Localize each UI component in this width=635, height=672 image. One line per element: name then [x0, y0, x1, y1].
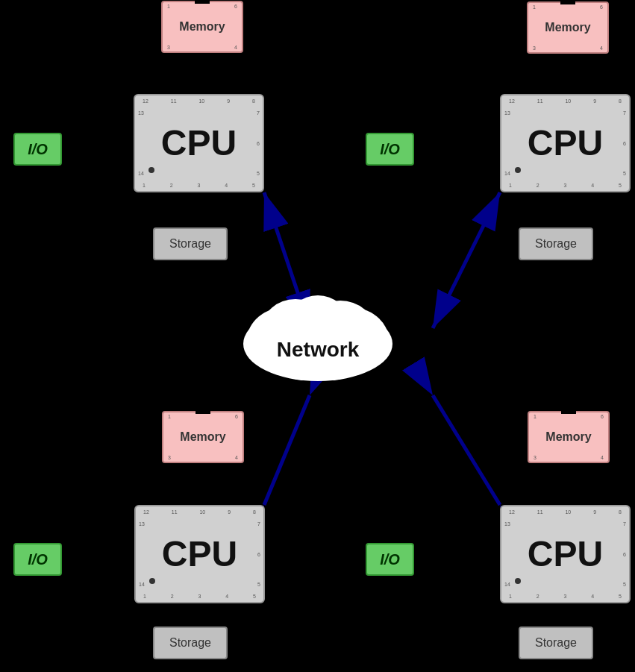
cpu-chip-br: 12111098 1314 765 12345 CPU	[500, 505, 631, 603]
pin-1-br: 1	[534, 414, 537, 419]
pin-4-tr: 4	[600, 45, 603, 51]
pin-3-tl: 3	[167, 45, 170, 50]
cpu-label-bl: CPU	[162, 536, 237, 572]
pin-4-br: 4	[601, 455, 604, 460]
cpu-br-pins-right: 765	[623, 521, 626, 587]
io-label-bl: I/O	[28, 551, 48, 568]
pin-3-br: 3	[534, 455, 537, 460]
pin-3-bl: 3	[168, 455, 171, 460]
memory-notch-tl	[195, 0, 210, 4]
svg-line-5	[433, 395, 500, 505]
pin-6-tr: 6	[600, 4, 603, 10]
cpu-tl-pins-bottom: 12345	[143, 183, 255, 188]
io-box-bl: I/O	[13, 543, 62, 576]
cpu-br-dot	[515, 578, 521, 584]
pin-1-tl: 1	[167, 4, 170, 9]
memory-chip-br: 1 6 3 4 Memory	[528, 411, 610, 463]
memory-notch-tr	[560, 0, 575, 4]
cpu-tr-dot	[515, 167, 521, 173]
cpu-bl-pins-top: 12111098	[143, 509, 256, 515]
cpu-chip-tr: 12111098 1314 765 12345 CPU	[500, 94, 631, 192]
cpu-br-pins-top: 12111098	[509, 509, 622, 515]
io-box-tr: I/O	[366, 133, 414, 166]
memory-chip-tr: 1 6 3 4 Memory	[527, 1, 609, 54]
cpu-bl-pins-bottom: 12345	[143, 594, 256, 599]
cpu-bl-dot	[149, 578, 155, 584]
cpu-br-pins-left: 1314	[504, 521, 510, 587]
cpu-label-br: CPU	[528, 536, 603, 572]
cpu-label-tl: CPU	[161, 125, 237, 161]
memory-notch-bl	[195, 408, 210, 414]
storage-box-br: Storage	[519, 627, 593, 659]
pin-4-tl: 4	[234, 45, 237, 50]
pin-6-br: 6	[601, 414, 604, 419]
cpu-chip-bl: 12111098 1314 765 12345 CPU	[134, 505, 265, 603]
cpu-bl-pins-right: 765	[257, 521, 260, 587]
svg-line-4	[264, 395, 310, 505]
cpu-tl-dot	[148, 167, 154, 173]
storage-label-br: Storage	[535, 636, 577, 650]
pin-6-tl: 6	[234, 4, 237, 9]
memory-notch-br	[561, 408, 576, 414]
io-box-br: I/O	[366, 543, 414, 576]
storage-label-tr: Storage	[535, 237, 577, 251]
storage-box-tr: Storage	[519, 227, 593, 260]
cpu-tr-pins-right: 765	[623, 110, 626, 176]
cpu-tl-pins-right: 765	[257, 110, 260, 176]
memory-label-tr: Memory	[545, 21, 590, 34]
pin-6-bl: 6	[235, 414, 238, 419]
memory-label-br: Memory	[545, 430, 591, 444]
memory-chip-bl: 1 6 3 4 Memory	[162, 411, 244, 463]
io-label-tl: I/O	[28, 141, 48, 158]
cpu-br-pins-bottom: 12345	[509, 594, 622, 599]
memory-label-bl: Memory	[180, 430, 225, 444]
pin-1-bl: 1	[168, 414, 171, 419]
network-cloud: Network	[236, 288, 400, 385]
memory-chip-tl: 1 6 3 4 Memory	[161, 1, 243, 53]
pin-1-tr: 1	[533, 4, 536, 10]
cpu-bl-pins-left: 1314	[139, 521, 145, 587]
svg-line-3	[433, 192, 500, 328]
cpu-tr-pins-bottom: 12345	[509, 183, 622, 188]
svg-text:Network: Network	[276, 338, 359, 361]
memory-label-tl: Memory	[179, 20, 225, 34]
pin-4-bl: 4	[235, 455, 238, 460]
cpu-label-tr: CPU	[528, 125, 603, 161]
storage-box-bl: Storage	[153, 627, 228, 659]
cpu-tr-pins-top: 12111098	[509, 98, 622, 104]
io-box-tl: I/O	[13, 133, 62, 166]
storage-label-tl: Storage	[169, 237, 211, 251]
storage-box-tl: Storage	[153, 227, 228, 260]
io-label-br: I/O	[380, 551, 400, 568]
storage-label-bl: Storage	[169, 636, 211, 650]
cpu-tr-pins-left: 1314	[504, 110, 510, 176]
pin-3-tr: 3	[533, 45, 536, 51]
cpu-tl-pins-left: 1314	[138, 110, 144, 176]
cpu-chip-tl: 12111098 1314 765 12345 CPU	[134, 94, 264, 192]
cpu-tl-pins-top: 12111098	[143, 98, 255, 104]
io-label-tr: I/O	[380, 141, 400, 158]
